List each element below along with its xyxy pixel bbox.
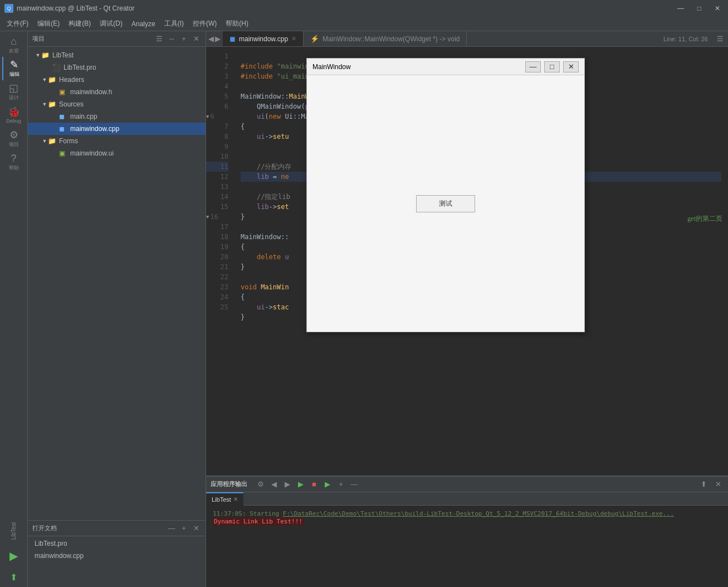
sidebar-welcome[interactable]: ⌂ 欢迎 — [2, 33, 26, 57]
tree-label-mainwindow-h: mainwindow.h — [70, 88, 112, 96]
sidebar-projects[interactable]: ⚙ 项目 — [2, 127, 26, 151]
filter-icon[interactable]: ☰ — [154, 34, 164, 44]
code-editor[interactable]: 1 2 3 4 5 6 ▼ 6 7 8 9 10 11 12 13 — [206, 47, 728, 476]
menu-analyze[interactable]: Analyze — [127, 18, 160, 30]
folder-icon-headers: 📁 — [48, 76, 57, 84]
sidebar-icons: ⌂ 欢迎 ✎ 编辑 ◱ 设计 🐞 Debug ⚙ 项目 ? 帮助 LibTest… — [0, 31, 28, 587]
bottom-tabs: LibTest ✕ — [206, 492, 728, 506]
main-layout: ⌂ 欢迎 ✎ 编辑 ◱ 设计 🐞 Debug ⚙ 项目 ? 帮助 LibTest… — [0, 31, 728, 587]
open-docs-close[interactable]: ✕ — [191, 523, 201, 533]
menu-debug[interactable]: 调试(D) — [95, 17, 127, 31]
menu-edit[interactable]: 编辑(E) — [33, 17, 64, 31]
sidebar-build-run[interactable]: ⬆ — [2, 567, 26, 587]
close-button[interactable]: ✕ — [711, 3, 724, 13]
tab-mainwindow-cpp[interactable]: ◼ mainwindow.cpp ✕ — [223, 31, 304, 47]
tree-arrow-forms: ▼ — [41, 138, 48, 144]
output-stop-icon[interactable]: ■ — [309, 479, 320, 490]
output-path[interactable]: F:\DataRec\Code\Demo\Test\Others\build-L… — [283, 510, 674, 517]
tree-arrow-root: ▼ — [35, 52, 41, 58]
dialog-maximize-btn[interactable]: □ — [544, 61, 560, 72]
open-doc-mainwindow-label: mainwindow.cpp — [35, 552, 84, 560]
tree-item-forms[interactable]: ▼ 📁 Forms — [28, 135, 206, 147]
test-button[interactable]: 测试 — [416, 195, 475, 212]
menu-file[interactable]: 文件(F) — [2, 17, 33, 31]
output-line1: 11:37:05: Starting F:\DataRec\Code\Demo\… — [213, 510, 721, 517]
dialog-controls: — □ ✕ — [525, 61, 579, 72]
file-icon-cpp: ◼ — [59, 113, 68, 120]
dialog-close-btn[interactable]: ✕ — [563, 61, 579, 72]
tab-nav-forward[interactable]: ▶ — [215, 35, 221, 43]
editor-area: ◀ ▶ ◼ mainwindow.cpp ✕ ⚡ MainWindow::Mai… — [206, 31, 728, 476]
tree-item-mainwindow-cpp[interactable]: ◼ mainwindow.cpp — [28, 123, 206, 135]
projects-icon: ⚙ — [9, 130, 18, 140]
bottom-tab-libtest-label: LibTest — [212, 496, 231, 503]
file-icon-pro: ⬛ — [52, 64, 61, 71]
titlebar-title: mainwindow.cpp @ LibTest - Qt Creator — [17, 4, 135, 12]
sidebar-projects-label: 项目 — [9, 141, 19, 148]
tree-item-mainwindow-ui[interactable]: ▣ mainwindow.ui — [28, 147, 206, 159]
sidebar-debug-label: Debug — [6, 118, 21, 124]
tree-label-pro: LibTest.pro — [63, 64, 96, 71]
tree-item-mainwindow-h[interactable]: ▣ mainwindow.h — [28, 86, 206, 98]
help-icon: ? — [11, 153, 16, 163]
tree-item-headers[interactable]: ▼ 📁 Headers — [28, 74, 206, 86]
menu-tools[interactable]: 工具(I) — [160, 17, 188, 31]
left-panel: 项目 ☰ ↔ + ✕ ▼ 📁 LibTest ⬛ LibTest.pro — [28, 31, 206, 587]
open-doc-mainwindow-cpp[interactable]: mainwindow.cpp — [28, 550, 206, 562]
bottom-panel-close-icon[interactable]: ✕ — [712, 479, 724, 490]
tree-item-pro[interactable]: ⬛ LibTest.pro — [28, 61, 206, 74]
sidebar-help[interactable]: ? 帮助 — [2, 151, 26, 174]
minimize-button[interactable]: — — [674, 3, 687, 13]
editor-settings-icon[interactable]: ☰ — [712, 35, 728, 43]
add-icon[interactable]: + — [179, 34, 189, 44]
tree-item-root[interactable]: ▼ 📁 LibTest — [28, 49, 206, 61]
tree-label-headers: Headers — [59, 76, 84, 84]
tree-item-main-cpp[interactable]: ◼ main.cpp — [28, 110, 206, 123]
titlebar-controls: — □ ✕ — [674, 3, 724, 13]
sidebar-run[interactable]: ▶ — [2, 545, 26, 567]
open-docs-add[interactable]: + — [179, 523, 189, 533]
tab-breadcrumb[interactable]: ⚡ MainWindow::MainWindow(QWidget *) -> v… — [304, 31, 467, 47]
sidebar-libtest[interactable]: LibTest — [2, 517, 26, 545]
sidebar-debug[interactable]: 🐞 Debug — [2, 104, 26, 127]
menu-help[interactable]: 帮助(H) — [221, 17, 253, 31]
output-prev-icon[interactable]: ◀ — [268, 479, 280, 490]
file-icon-h: ▣ — [59, 88, 68, 96]
output-add-icon[interactable]: + — [335, 479, 346, 490]
bottom-toolbar-actions: ⚙ ◀ ▶ ▶ ■ ▶ + — — [255, 479, 360, 490]
bottom-tab-libtest-close[interactable]: ✕ — [233, 496, 238, 502]
file-icon-ui: ▣ — [59, 149, 68, 157]
welcome-icon: ⌂ — [11, 36, 17, 46]
dialog-minimize-btn[interactable]: — — [525, 61, 541, 72]
maximize-button[interactable]: □ — [694, 3, 705, 13]
titlebar-left: Q mainwindow.cpp @ LibTest - Qt Creator — [4, 4, 135, 13]
output-filter-icon[interactable]: ⚙ — [255, 479, 266, 490]
tab-close-mainwindow[interactable]: ✕ — [291, 35, 296, 42]
output-build-run-icon[interactable]: ▶ — [322, 479, 333, 490]
menu-build[interactable]: 构建(B) — [64, 17, 95, 31]
tab-func-icon: ⚡ — [310, 35, 319, 43]
tab-nav-back[interactable]: ◀ — [208, 35, 214, 43]
tab-cpp-icon: ◼ — [229, 35, 236, 43]
output-next-icon[interactable]: ▶ — [282, 479, 293, 490]
open-docs-header: 打开文档 — + ✕ — [28, 521, 206, 536]
menu-controls[interactable]: 控件(W) — [188, 17, 221, 31]
bottom-panel-float-icon[interactable]: ⬆ — [698, 479, 709, 490]
sync-icon[interactable]: ↔ — [167, 34, 177, 44]
sidebar-edit[interactable]: ✎ 编辑 — [2, 57, 26, 80]
sidebar-edit-label: 编辑 — [9, 71, 19, 78]
open-doc-libtest-pro[interactable]: LibTest.pro — [28, 537, 206, 550]
close-panel-icon[interactable]: ✕ — [191, 34, 201, 44]
output-run-icon[interactable]: ▶ — [295, 479, 306, 490]
sidebar-welcome-label: 欢迎 — [9, 47, 19, 55]
line-col-indicator: Line: 11, Col: 26 — [659, 36, 712, 42]
tree-item-sources[interactable]: ▼ 📁 Sources — [28, 98, 206, 110]
output-remove-icon[interactable]: — — [349, 479, 360, 490]
open-docs-minimize[interactable]: — — [167, 523, 177, 533]
bottom-panel: 应用程序输出 ⚙ ◀ ▶ ▶ ■ ▶ + — ⬆ ✕ LibTest — [206, 476, 728, 587]
output-result: Dynamic Link Lib Test!!! — [213, 517, 304, 526]
sidebar-design[interactable]: ◱ 设计 — [2, 80, 26, 104]
tab-func-label: MainWindow::MainWindow(QWidget *) -> voi… — [323, 35, 460, 43]
open-docs-title: 打开文档 — [32, 524, 57, 532]
bottom-tab-libtest[interactable]: LibTest ✕ — [206, 492, 243, 506]
